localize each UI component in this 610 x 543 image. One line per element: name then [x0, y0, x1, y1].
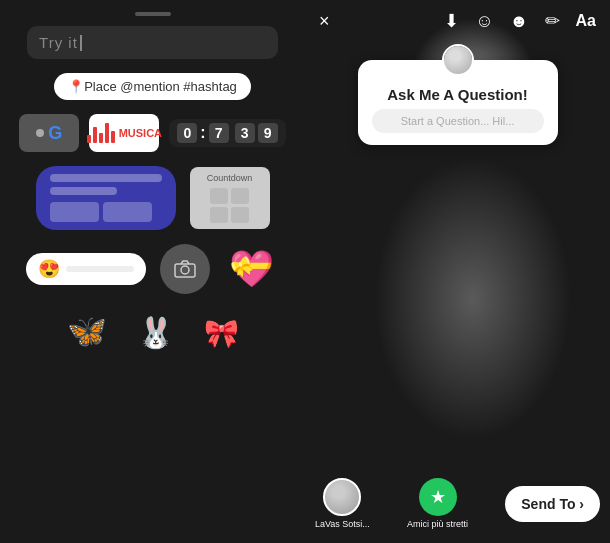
user-label: LaVas Sotsi...	[315, 519, 370, 529]
music-bar-2	[93, 127, 97, 143]
search-dot-icon	[36, 129, 44, 137]
timer-colon-1: :	[200, 124, 205, 142]
send-to-button[interactable]: Send To ›	[505, 486, 600, 522]
timer-m: 7	[209, 123, 229, 143]
sticker-icon[interactable]: ☻	[510, 11, 529, 32]
text-tool-icon[interactable]: Aa	[576, 12, 596, 30]
poll-line-1	[50, 174, 162, 182]
search-bar-placeholder: Try it	[39, 34, 78, 51]
heart-emoji: 💝	[229, 248, 274, 290]
music-bar-3	[99, 133, 103, 143]
story-user-item[interactable]: LaVas Sotsi...	[315, 478, 370, 529]
ask-sticker-input[interactable]: Start a Question... Hil...	[372, 109, 544, 133]
download-icon[interactable]: ⬇	[444, 10, 459, 32]
music-bars-icon	[87, 123, 115, 143]
ask-input-placeholder-text: Start a Question... Hil...	[401, 115, 515, 127]
user-avatar	[323, 478, 361, 516]
countdown-box-1	[210, 188, 228, 204]
countdown-box-4	[231, 207, 249, 223]
countdown-sticker[interactable]: Countdown	[190, 167, 270, 229]
bow-sticker[interactable]: 🎀	[204, 317, 239, 350]
countdown-label: Countdown	[207, 173, 253, 183]
countdown-grid	[210, 188, 249, 223]
ask-sticker-title: Ask Me A Question!	[387, 86, 528, 103]
close-friends-icon: ★	[430, 486, 446, 508]
emoji-slider-sticker[interactable]: 😍	[26, 253, 146, 285]
butterfly-sticker[interactable]: 🦋	[67, 312, 107, 350]
timer-s: 3	[235, 123, 255, 143]
music-bar-1	[87, 135, 91, 143]
cursor-indicator	[80, 35, 82, 51]
close-friends-item[interactable]: ★ Amici più stretti	[407, 478, 468, 529]
google-g-letter: G	[48, 123, 62, 144]
mention-hashtag-text: 📍Place @mention #hashtag	[68, 79, 237, 94]
music-bar-5	[111, 131, 115, 143]
emoji-slider-face: 😍	[38, 258, 60, 280]
drag-handle[interactable]	[135, 12, 171, 16]
svg-point-1	[181, 266, 189, 274]
countdown-box-3	[210, 207, 228, 223]
ask-avatar-image	[444, 46, 472, 74]
timer-sticker[interactable]: 0 : 7 3 9	[169, 119, 285, 147]
camera-icon	[174, 260, 196, 278]
timer-s2: 9	[258, 123, 278, 143]
story-bottom-bar: LaVas Sotsi... ★ Amici più stretti Send …	[305, 478, 610, 529]
emoji-slider-bar	[66, 266, 134, 272]
butterfly-emoji: 🦋	[67, 313, 107, 349]
story-editor: × ⬇ ☺ ☻ ✏ Aa Ask Me A Question! Start a …	[305, 0, 610, 543]
poll-sticker[interactable]	[36, 166, 176, 230]
music-bar-4	[105, 123, 109, 143]
ask-question-sticker[interactable]: Ask Me A Question! Start a Question... H…	[358, 60, 558, 145]
story-toolbar: × ⬇ ☺ ☻ ✏ Aa	[305, 10, 610, 32]
close-button[interactable]: ×	[319, 11, 330, 32]
sticker-icon-row: G MUSICA 0 : 7 3 9	[10, 114, 295, 152]
send-to-label: Send To ›	[521, 496, 584, 512]
music-label: MUSICA	[119, 127, 162, 139]
heart-sticker[interactable]: 💝	[224, 244, 279, 294]
mention-hashtag-sticker[interactable]: 📍Place @mention #hashtag	[54, 73, 251, 100]
sticker-grid: 📍Place @mention #hashtag G MUSICA 0	[10, 73, 295, 350]
bow-emoji: 🎀	[204, 318, 239, 349]
animal-sticker[interactable]: 🐰	[137, 315, 174, 350]
music-sticker[interactable]: MUSICA	[89, 114, 159, 152]
mention-hashtag-row: 📍Place @mention #hashtag	[10, 73, 295, 100]
timer-h: 0	[177, 123, 197, 143]
poll-line-2	[50, 187, 117, 195]
animal-emoji: 🐰	[137, 316, 174, 349]
sticker-tray: Try it 📍Place @mention #hashtag G	[0, 0, 305, 543]
bottom-sticker-row: 🦋 🐰 🎀	[10, 312, 295, 350]
sticker-search-bar[interactable]: Try it	[27, 26, 278, 59]
close-friends-circle: ★	[419, 478, 457, 516]
close-friends-label: Amici più stretti	[407, 519, 468, 529]
face-filter-icon[interactable]: ☺	[475, 11, 493, 32]
camera-sticker[interactable]	[160, 244, 210, 294]
google-sticker[interactable]: G	[19, 114, 79, 152]
ask-sticker-avatar	[442, 44, 474, 76]
draw-icon[interactable]: ✏	[545, 10, 560, 32]
countdown-box-2	[231, 188, 249, 204]
emoji-camera-row: 😍 💝	[10, 244, 295, 294]
poll-countdown-row: Countdown	[10, 166, 295, 230]
poll-option-1	[50, 202, 99, 222]
poll-option-2	[103, 202, 152, 222]
